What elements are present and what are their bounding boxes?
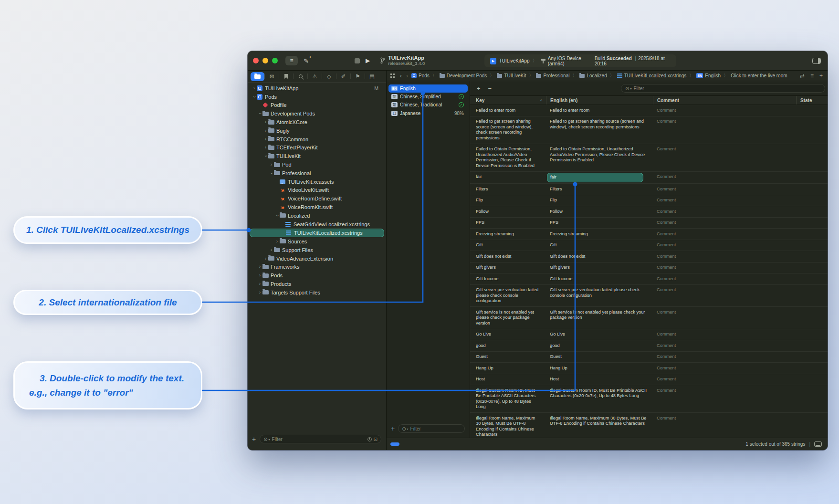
breadcrumb-pods[interactable]: Pods <box>411 73 430 78</box>
column-header-state[interactable]: State <box>796 96 828 105</box>
tab-bookmarks[interactable] <box>279 72 293 81</box>
table-row[interactable]: Gift IncomeGift IncomeComment <box>470 273 828 285</box>
strings-filter-field[interactable]: ⊙▾ Filter <box>621 84 825 93</box>
panel-toggle-icon[interactable] <box>814 441 822 447</box>
table-row[interactable]: Failed to Obtain Permission, Unauthorize… <box>470 144 828 172</box>
tree-item-pods-project[interactable]: ›Pods <box>248 93 386 101</box>
table-row[interactable]: Gift server pre-verification failed plea… <box>470 285 828 307</box>
close-window-button[interactable] <box>253 58 259 63</box>
table-row[interactable]: GuestGuestComment <box>470 352 828 363</box>
chevron-right-icon[interactable]: › <box>274 239 280 244</box>
chevron-down-icon[interactable]: › <box>269 170 274 176</box>
chevron-right-icon[interactable]: › <box>263 120 268 125</box>
table-row[interactable]: Failed to get screen sharing source (scr… <box>470 116 828 144</box>
table-row[interactable]: Freezing streamingFreezing streamingComm… <box>470 229 828 240</box>
tree-item-videoadvanceextension[interactable]: ›VideoAdvanceExtension <box>248 254 386 263</box>
add-file-button[interactable]: + <box>252 436 256 442</box>
tab-reports[interactable]: ▤ <box>365 72 379 81</box>
tree-item-seatgridviewlocalized[interactable]: ›SeatGridViewLocalized.xcstrings <box>248 220 386 229</box>
minimize-window-button[interactable] <box>262 58 268 63</box>
tree-item-development-pods[interactable]: ›Development Pods <box>248 109 386 118</box>
chevron-right-icon[interactable]: › <box>252 86 257 91</box>
forward-chevron-icon[interactable]: › <box>406 73 408 79</box>
adjust-editor-icon[interactable]: ≡ <box>810 73 814 79</box>
column-header-comment[interactable]: Comment <box>653 96 796 105</box>
table-row[interactable]: Gift service is not enabled yet please c… <box>470 307 828 329</box>
table-row[interactable]: Gift does not existGift does not existCo… <box>470 251 828 262</box>
table-row[interactable]: GiftGiftComment <box>470 240 828 252</box>
tree-item-atomicxcore[interactable]: ›AtomicXCore <box>248 118 386 126</box>
sidebar-list-icon[interactable]: ≡ <box>285 56 298 65</box>
tree-item-support-files[interactable]: ›Support Files <box>248 246 386 254</box>
add-editor-button[interactable]: + <box>819 73 823 79</box>
table-row[interactable]: Illegal Custom Room ID, Must Be Printabl… <box>470 385 828 413</box>
tree-item-voiceroomkit-swift[interactable]: ›VoiceRoomKit.swift <box>248 203 386 211</box>
compose-icon[interactable]: ✎✦ <box>304 57 309 64</box>
table-row[interactable]: Illegal Room Name, Maximum 30 Bytes, Mus… <box>470 413 828 438</box>
chevron-down-icon[interactable]: › <box>275 213 280 218</box>
swap-editors-icon[interactable]: ⇄ <box>800 73 805 79</box>
tree-item-targets-support-files[interactable]: ›Targets Support Files <box>248 288 386 297</box>
tree-item-pod[interactable]: ›Pod <box>248 160 386 169</box>
navigator-filter-field[interactable]: ⊙▾ Filter ⊡ <box>260 435 381 443</box>
table-row[interactable]: FPSFPSComment <box>470 218 828 229</box>
tab-source-control[interactable]: ⊠ <box>265 72 279 81</box>
run-destination[interactable]: Any iOS Device (arm64) <box>548 56 595 66</box>
locales-filter-field[interactable]: ⊙▾ Filter <box>398 424 465 433</box>
chevron-right-icon[interactable]: › <box>257 264 262 269</box>
run-button[interactable]: ▶ <box>366 57 370 64</box>
tab-find[interactable] <box>294 72 307 81</box>
table-row[interactable]: Go LiveGo LiveComment <box>470 329 828 341</box>
breadcrumb-string-key[interactable]: Click to enter the live room <box>731 73 787 78</box>
tree-item-tuilivekit[interactable]: ›TUILiveKit <box>248 152 386 160</box>
source-control-status-icon[interactable]: ⊡ <box>374 437 378 442</box>
chevron-right-icon[interactable]: › <box>257 290 262 295</box>
column-header-key[interactable]: Key^ <box>470 96 546 105</box>
tab-project-navigator[interactable] <box>251 72 264 81</box>
breadcrumb-development-pods[interactable]: Development Pods <box>440 73 487 78</box>
add-string-button[interactable]: + <box>477 85 481 92</box>
table-row[interactable]: Hang UpHang UpComment <box>470 363 828 374</box>
tree-item-localized[interactable]: ›Localized <box>248 211 386 220</box>
table-row[interactable]: HostHostComment <box>470 374 828 386</box>
table-row[interactable]: FlipFlipComment <box>470 195 828 207</box>
table-row[interactable]: Gift giversGift giversComment <box>470 262 828 274</box>
tab-debug[interactable]: ✐ <box>336 72 350 81</box>
chevron-right-icon[interactable]: › <box>263 256 268 261</box>
chevron-right-icon[interactable]: › <box>269 162 274 167</box>
tree-item-xcassets[interactable]: ›TUILiveKit.xcassets <box>248 178 386 186</box>
scroll-indicator[interactable] <box>390 442 399 446</box>
related-items-icon[interactable] <box>390 74 395 78</box>
back-chevron-icon[interactable]: ‹ <box>400 73 402 79</box>
tree-item-videolivekit-swift[interactable]: ›VideoLiveKit.swift <box>248 186 386 195</box>
chevron-right-icon[interactable]: › <box>263 137 268 142</box>
breadcrumb-english[interactable]: ENEnglish <box>696 73 721 78</box>
locale-row-chinese-simplified[interactable]: 简 Chinese, Simplified <box>387 93 470 101</box>
tree-item-frameworks[interactable]: ›Frameworks <box>248 262 386 271</box>
recent-files-icon[interactable] <box>367 437 372 441</box>
chevron-right-icon[interactable]: › <box>269 248 274 252</box>
tree-item-podfile[interactable]: ›Podfile <box>248 101 386 110</box>
tab-breakpoints[interactable]: ⚑ <box>351 72 365 81</box>
table-row[interactable]: FiltersFiltersComment <box>470 184 828 195</box>
chevron-right-icon[interactable]: › <box>263 128 268 133</box>
table-row[interactable]: FollowFollowComment <box>470 206 828 218</box>
column-header-english[interactable]: English (en) <box>546 96 653 105</box>
locale-row-japanese[interactable]: 日 Japanese 98% <box>387 109 470 117</box>
scheme-status-bar[interactable]: ▶ TUILiveKitApp 〉 Any iOS Device (arm64)… <box>484 54 676 67</box>
table-row[interactable]: goodgoodComment <box>470 340 828 352</box>
tree-item-bugly[interactable]: ›Bugly <box>248 126 386 135</box>
add-locale-button[interactable]: + <box>391 425 395 432</box>
tab-issues[interactable]: ⚠ <box>308 72 322 81</box>
chevron-right-icon[interactable]: › <box>263 145 268 150</box>
locale-row-english[interactable]: EN English <box>388 84 468 93</box>
tree-item-tuilivekitapp[interactable]: ›TUILiveKitAppM <box>248 84 386 93</box>
chevron-right-icon[interactable]: › <box>257 282 262 286</box>
chevron-down-icon[interactable]: › <box>252 94 257 99</box>
table-row-fair-selected[interactable]: fairfairComment <box>470 172 828 184</box>
breadcrumb-tuilivekit[interactable]: TUILiveKit <box>497 73 526 78</box>
tree-item-rtccommon[interactable]: ›RTCCommon <box>248 135 386 144</box>
scheme-name[interactable]: TUILiveKitApp <box>499 58 530 63</box>
tree-item-tceffectplayerkit[interactable]: ›TCEffectPlayerKit <box>248 144 386 152</box>
tree-item-sources[interactable]: ›Sources <box>248 237 386 246</box>
